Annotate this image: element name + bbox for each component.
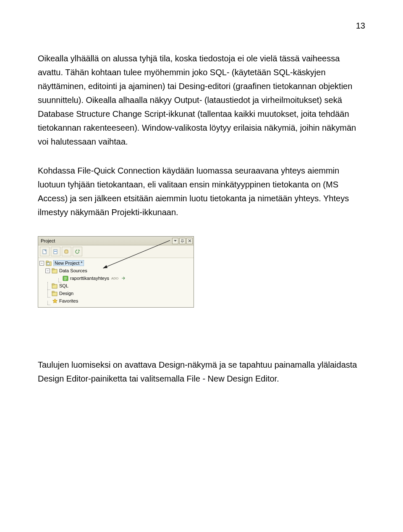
pin-button[interactable] bbox=[179, 238, 186, 244]
titlebar-controls bbox=[172, 238, 193, 244]
database-icon bbox=[64, 249, 69, 254]
tree-data-sources-row[interactable]: − Data Sources bbox=[39, 267, 192, 274]
close-button[interactable] bbox=[186, 238, 193, 244]
folder-icon bbox=[52, 283, 58, 289]
chevron-down-icon bbox=[174, 240, 177, 242]
project-tree: − New Project * − Data Sources bbox=[38, 258, 194, 307]
dropdown-button[interactable] bbox=[172, 238, 178, 244]
toolbar-button-4[interactable] bbox=[73, 247, 82, 256]
toolbar-button-1[interactable] bbox=[40, 247, 50, 256]
connect-arrow-icon[interactable] bbox=[120, 276, 127, 281]
toolbar-button-2[interactable] bbox=[51, 247, 60, 256]
svg-rect-6 bbox=[47, 263, 50, 265]
svg-rect-2 bbox=[54, 251, 57, 252]
expander-icon[interactable]: − bbox=[39, 261, 44, 266]
connection-icon bbox=[63, 276, 69, 281]
tree-connection: raporttikantayhteys bbox=[70, 276, 109, 281]
project-icon bbox=[46, 261, 52, 266]
project-panel: Project bbox=[38, 236, 194, 308]
tree-new-project[interactable]: New Project * bbox=[53, 260, 84, 266]
refresh-icon bbox=[75, 249, 80, 254]
tree-design: Design bbox=[59, 291, 73, 296]
svg-rect-5 bbox=[46, 261, 48, 262]
toolbar-button-3[interactable] bbox=[62, 247, 71, 256]
paragraph-2: Kohdassa File-Quick Connection käydään l… bbox=[38, 164, 365, 219]
folder-icon bbox=[52, 268, 58, 274]
star-icon bbox=[52, 298, 58, 304]
paragraph-3: Taulujen luomiseksi on avattava Design-n… bbox=[38, 358, 365, 386]
project-panel-figure: Project bbox=[38, 236, 197, 308]
paragraph-1: Oikealla ylhäällä on alussa tyhjä tila, … bbox=[38, 52, 365, 149]
project-panel-title: Project bbox=[41, 238, 55, 243]
tree-connection-row[interactable]: raporttikantayhteys ADO bbox=[39, 274, 192, 282]
tree-favorites: Favorites bbox=[59, 298, 78, 303]
close-icon bbox=[188, 239, 191, 242]
document-icon bbox=[42, 249, 47, 254]
connection-tag: ADO bbox=[111, 277, 118, 280]
svg-rect-13 bbox=[52, 291, 54, 292]
page-number: 13 bbox=[38, 21, 365, 31]
tree-root[interactable]: − New Project * bbox=[39, 259, 192, 267]
svg-rect-8 bbox=[52, 269, 54, 270]
svg-rect-11 bbox=[52, 284, 54, 285]
project-toolbar bbox=[38, 245, 194, 258]
project-panel-titlebar: Project bbox=[38, 237, 194, 245]
tree-sql-row[interactable]: SQL bbox=[39, 282, 192, 290]
expander-icon[interactable]: − bbox=[45, 269, 50, 273]
folder-icon bbox=[52, 291, 58, 296]
tree-data-sources: Data Sources bbox=[59, 268, 87, 273]
tree-favorites-row[interactable]: Favorites bbox=[39, 297, 192, 305]
pin-icon bbox=[181, 239, 184, 243]
document-sql-icon bbox=[53, 249, 58, 254]
tree-sql: SQL bbox=[59, 283, 68, 288]
tree-design-row[interactable]: Design bbox=[39, 290, 192, 297]
